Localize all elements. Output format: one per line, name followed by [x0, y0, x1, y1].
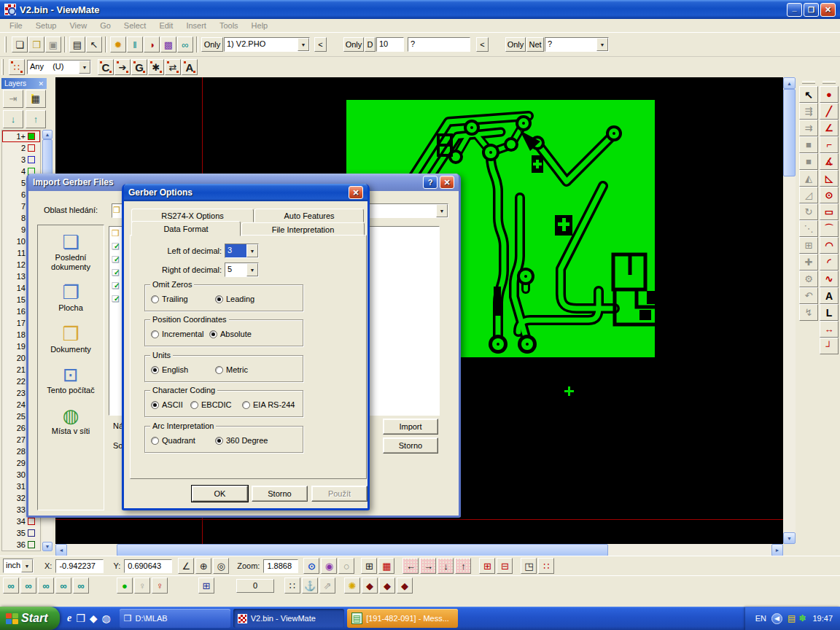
scroll-up-icon[interactable]: ▲	[42, 130, 52, 139]
draw-angle-arc-button[interactable]: ∡	[820, 153, 839, 170]
step-repeat-button[interactable]: ⇶	[799, 103, 818, 120]
layer-row-3[interactable]: 3	[2, 154, 40, 166]
units-combo[interactable]: inch ▼	[3, 559, 34, 573]
file-item[interactable]: ❒	[112, 228, 120, 238]
context-help-button[interactable]: ↖	[86, 36, 102, 52]
radio-button-icon[interactable]	[151, 366, 159, 374]
pan-left-button[interactable]: ←	[402, 558, 419, 574]
letter-C-button[interactable]: C	[98, 59, 114, 75]
scrollbar-thumb[interactable]	[117, 544, 608, 556]
task-button-1[interactable]: ❒D:\MLAB	[120, 609, 230, 628]
dcode-display-button[interactable]: ◑	[144, 36, 160, 52]
layer-colors-button[interactable]: ▩	[160, 36, 176, 52]
dcode-button[interactable]: D	[365, 37, 376, 52]
chevron-down-icon[interactable]: ▼	[246, 244, 258, 257]
task-button-2[interactable]: V2.bin - ViewMate	[233, 609, 344, 628]
zoom-value-input[interactable]: 1.8868	[263, 559, 298, 573]
draw-bend-button[interactable]: ∠	[820, 120, 839, 136]
menu-item-file[interactable]: File	[3, 20, 29, 31]
reroute-button[interactable]: ↯	[799, 304, 818, 321]
selection-filter-button[interactable]: ∷	[9, 59, 25, 75]
glasses-sketch-button[interactable]: ∞	[73, 578, 89, 594]
traverse-jump-button[interactable]: ⇄	[165, 59, 181, 75]
tab-auto-features[interactable]: Auto Features	[254, 209, 364, 222]
save-file-button[interactable]: ▣	[45, 36, 61, 52]
snap-grid-button[interactable]: ∷	[284, 578, 300, 594]
merge-view-button[interactable]: ⊟	[497, 558, 513, 574]
glasses-line-button[interactable]: ∞	[55, 578, 71, 594]
tab-data-format[interactable]: Data Format	[131, 221, 241, 236]
layer-insert-button[interactable]: ⇥	[3, 90, 23, 108]
only-dcode-button[interactable]: Only	[343, 37, 364, 52]
zoom-in-button[interactable]: ⊙	[303, 558, 319, 574]
radio-quadrant[interactable]: Quadrant	[151, 436, 195, 445]
draw-corner-button[interactable]: ⌐	[820, 136, 839, 153]
layer-setup-button[interactable]: ▦	[26, 90, 46, 108]
restore-button[interactable]	[804, 3, 819, 17]
place-desktop[interactable]: ❐Plocha	[39, 283, 103, 313]
chevron-down-icon[interactable]: ▼	[79, 61, 90, 74]
radio-button-icon[interactable]	[215, 295, 223, 303]
radio-metric[interactable]: Metric	[215, 365, 248, 374]
draw-triangle-button[interactable]: ◺	[820, 170, 839, 187]
radio-ascii[interactable]: ASCII	[151, 400, 183, 409]
draw-line-button[interactable]: ╱	[820, 103, 839, 120]
ie-icon[interactable]: e	[67, 612, 71, 624]
toolbar-grip[interactable]	[4, 36, 7, 52]
dcode-filter-input[interactable]: ?	[408, 37, 470, 52]
draw-elbow-button[interactable]: ┘	[820, 338, 839, 354]
tray-icq-icon[interactable]: ✽	[798, 613, 806, 623]
radio-button-icon[interactable]	[190, 401, 198, 409]
settings-button[interactable]: ⚙	[799, 271, 818, 287]
radio-ebcdic[interactable]: EBCDIC	[190, 400, 232, 409]
scroll-right-icon[interactable]: ►	[771, 544, 783, 556]
paste-special-button[interactable]: ⊞	[799, 237, 818, 254]
open-folder-button[interactable]: ❒	[28, 36, 44, 52]
only-net-button[interactable]: Only	[505, 37, 526, 52]
chevron-down-icon[interactable]: ▼	[298, 38, 309, 51]
only-layer-button[interactable]: Only	[201, 37, 223, 52]
lamp-outline-button[interactable]: ♀	[152, 578, 168, 594]
scroll-left-icon[interactable]: ◄	[55, 544, 67, 556]
radio-leading[interactable]: Leading	[215, 295, 254, 303]
shear-button[interactable]: ◿	[799, 187, 818, 203]
previous-dcode-button[interactable]: <	[476, 37, 489, 52]
draw-label-button[interactable]: L	[820, 304, 839, 321]
step-move-button[interactable]: ⇗	[319, 578, 335, 594]
new-document-button[interactable]: ❏	[12, 36, 28, 52]
view-grid-button[interactable]: ▦	[378, 558, 394, 574]
radio-button-icon[interactable]	[242, 401, 250, 409]
draw-rect-button[interactable]: ▭	[820, 203, 839, 220]
radio-button-icon[interactable]	[151, 401, 159, 409]
draw-freehand-button[interactable]: ∿	[820, 271, 839, 287]
layer-up-button[interactable]: ↑	[26, 110, 46, 128]
task-button-3[interactable]: ▤[191-482-091] - Mess...	[347, 609, 458, 628]
close-button[interactable]: ✕	[349, 186, 363, 199]
layer-row-2[interactable]: 2	[2, 142, 40, 154]
language-indicator[interactable]: EN	[755, 614, 766, 623]
close-button[interactable]: ✕	[440, 176, 454, 189]
undo-arc-button[interactable]: ↶	[799, 287, 818, 304]
scrollbar-thumb[interactable]	[783, 89, 796, 176]
tile-windows-button[interactable]: ⊞	[198, 578, 214, 594]
place-documents[interactable]: ❒Dokumenty	[39, 324, 103, 354]
horizontal-scrollbar[interactable]: ◄ ►	[55, 544, 783, 556]
menu-item-view[interactable]: View	[63, 20, 93, 31]
file-item[interactable]: ❏	[112, 254, 120, 265]
file-item[interactable]: ❏	[112, 268, 120, 278]
file-item[interactable]: ❏	[112, 241, 120, 252]
origin-target-button[interactable]: ⊕	[195, 558, 211, 574]
tray-notes-icon[interactable]: ▤	[788, 613, 796, 623]
letter-A-button[interactable]: A	[182, 59, 198, 75]
cancel-button[interactable]: Storno	[383, 438, 438, 454]
draw-tangent-button[interactable]: ◜	[820, 254, 839, 271]
menu-item-select[interactable]: Select	[117, 20, 153, 31]
highlight-toggle-button[interactable]: ●	[117, 578, 133, 594]
mirror-button[interactable]: ◭	[799, 170, 818, 187]
import-button[interactable]: Import	[383, 419, 438, 435]
letter-G-button[interactable]: G	[131, 59, 147, 75]
chevron-left-icon[interactable]: ◀	[771, 613, 782, 624]
reader-icon[interactable]: ◆	[90, 612, 98, 624]
menu-item-help[interactable]: Help	[245, 20, 275, 31]
net-button[interactable]: Net	[526, 37, 544, 52]
